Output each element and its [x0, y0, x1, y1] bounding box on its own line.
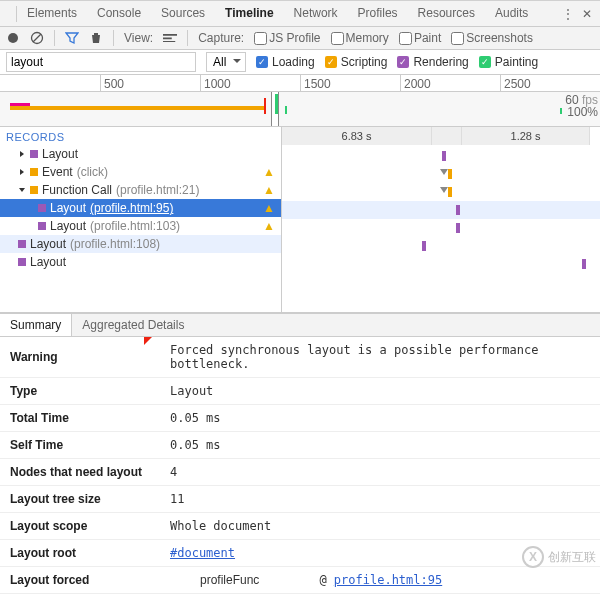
record-row[interactable]: Event (click)▲: [0, 163, 281, 181]
record-row[interactable]: Layout (profile.html:103)▲: [0, 217, 281, 235]
flame-mark: [440, 169, 448, 175]
capture-paint-checkbox[interactable]: Paint: [399, 31, 441, 45]
warning-icon: ▲: [263, 219, 275, 233]
svg-rect-4: [163, 34, 177, 36]
tab-resources[interactable]: Resources: [408, 1, 485, 27]
svg-point-1: [8, 33, 18, 43]
warning-icon: ▲: [263, 165, 275, 179]
close-icon[interactable]: ✕: [582, 7, 592, 21]
capture-js-checkbox[interactable]: JS Profile: [254, 31, 320, 45]
flame-column[interactable]: 6.83 s: [282, 127, 432, 312]
capture-memory-checkbox[interactable]: Memory: [331, 31, 389, 45]
tab-console[interactable]: Console: [87, 1, 151, 27]
flame-mark: [442, 151, 446, 161]
warning-icon: ▲: [263, 201, 275, 215]
timeline-overview[interactable]: 60 fps 100%: [0, 92, 600, 127]
disclosure-icon[interactable]: [18, 168, 26, 176]
main-tabs: ElementsConsoleSourcesTimelineNetworkPro…: [17, 1, 538, 27]
svg-rect-6: [163, 41, 175, 43]
clear-icon[interactable]: [30, 31, 44, 45]
fps-indicator: 60 fps 100%: [565, 94, 598, 118]
source-link[interactable]: profile.html:95: [334, 573, 442, 587]
tab-profiles[interactable]: Profiles: [348, 1, 408, 27]
details-row: TypeLayout: [0, 378, 600, 405]
tabbar-left-icons: [0, 7, 16, 21]
timeline-toolbar: View: Capture: JS Profile Memory Paint S…: [0, 27, 600, 50]
filter-loading-checkbox[interactable]: ✓Loading: [256, 55, 315, 69]
filter-scripting-checkbox[interactable]: ✓Scripting: [325, 55, 388, 69]
filter-type-select[interactable]: All: [206, 52, 246, 72]
details-tab-aggregated-details[interactable]: Aggregated Details: [72, 314, 194, 336]
details-table: WarningForced synchronous layout is a po…: [0, 337, 600, 594]
details-row: Layout root#document: [0, 540, 600, 567]
flame-chart-area: RECORDS LayoutEvent (click)▲Function Cal…: [0, 127, 600, 313]
filter-bar: All ✓Loading ✓Scripting ✓Rendering ✓Pain…: [0, 50, 600, 75]
record-row[interactable]: Layout (profile.html:95)▲: [0, 199, 281, 217]
details-tab-summary[interactable]: Summary: [0, 314, 72, 336]
record-row[interactable]: Layout (profile.html:108): [0, 235, 281, 253]
view-mode-icon[interactable]: [163, 31, 177, 45]
details-panel: SummaryAggregated Details WarningForced …: [0, 313, 600, 594]
tab-timeline[interactable]: Timeline: [215, 1, 283, 27]
trash-icon[interactable]: [89, 31, 103, 45]
warning-flag-icon: [144, 337, 160, 345]
flame-chart[interactable]: 6.83 s1.28 s: [282, 127, 600, 312]
drawer-icon[interactable]: ⋮: [562, 7, 574, 21]
filter-input[interactable]: [6, 52, 196, 72]
details-tabstrip: SummaryAggregated Details: [0, 313, 600, 337]
svg-line-3: [33, 34, 41, 42]
devtools-tabbar: ElementsConsoleSourcesTimelineNetworkPro…: [0, 1, 600, 27]
record-color-icon: [18, 240, 26, 248]
flame-mark: [456, 223, 460, 233]
flame-mark: [422, 241, 426, 251]
details-row: Layout scopeWhole document: [0, 513, 600, 540]
source-link[interactable]: #document: [170, 546, 235, 560]
flame-mark: [448, 169, 452, 179]
details-row: Self Time0.05 ms: [0, 432, 600, 459]
details-row: Nodes that need layout4: [0, 459, 600, 486]
record-color-icon: [30, 150, 38, 158]
records-panel: RECORDS LayoutEvent (click)▲Function Cal…: [0, 127, 282, 312]
details-row: WarningForced synchronous layout is a po…: [0, 337, 600, 378]
flame-mark: [582, 259, 586, 269]
record-row[interactable]: Layout: [0, 145, 281, 163]
record-color-icon: [38, 222, 46, 230]
flame-column[interactable]: [432, 127, 462, 312]
tab-audits[interactable]: Audits: [485, 1, 538, 27]
capture-label: Capture:: [198, 31, 244, 45]
filter-icon[interactable]: [65, 31, 79, 45]
tab-network[interactable]: Network: [284, 1, 348, 27]
tab-elements[interactable]: Elements: [17, 1, 87, 27]
record-row[interactable]: Function Call (profile.html:21)▲: [0, 181, 281, 199]
flame-column[interactable]: 1.28 s: [462, 127, 590, 312]
record-icon[interactable]: [6, 31, 20, 45]
capture-screenshots-checkbox[interactable]: Screenshots: [451, 31, 533, 45]
warning-icon: ▲: [263, 183, 275, 197]
record-row[interactable]: Layout: [0, 253, 281, 271]
disclosure-icon[interactable]: [18, 150, 26, 158]
records-header: RECORDS: [0, 127, 281, 145]
details-row: Total Time0.05 ms: [0, 405, 600, 432]
record-color-icon: [18, 258, 26, 266]
flame-mark: [448, 187, 452, 197]
filter-rendering-checkbox[interactable]: ✓Rendering: [397, 55, 468, 69]
svg-rect-5: [163, 37, 172, 39]
details-row: Layout forcedprofileFunc@ profile.html:9…: [0, 567, 600, 594]
record-color-icon: [38, 204, 46, 212]
timeline-ruler[interactable]: 500 ms1000 ms1500 ms2000 ms2500 ms: [0, 75, 600, 93]
details-row: Layout tree size11: [0, 486, 600, 513]
filter-painting-checkbox[interactable]: ✓Painting: [479, 55, 538, 69]
disclosure-icon[interactable]: [18, 186, 26, 194]
record-color-icon: [30, 186, 38, 194]
view-label: View:: [124, 31, 153, 45]
flame-mark: [456, 205, 460, 215]
tab-sources[interactable]: Sources: [151, 1, 215, 27]
record-color-icon: [30, 168, 38, 176]
flame-mark: [440, 187, 448, 193]
